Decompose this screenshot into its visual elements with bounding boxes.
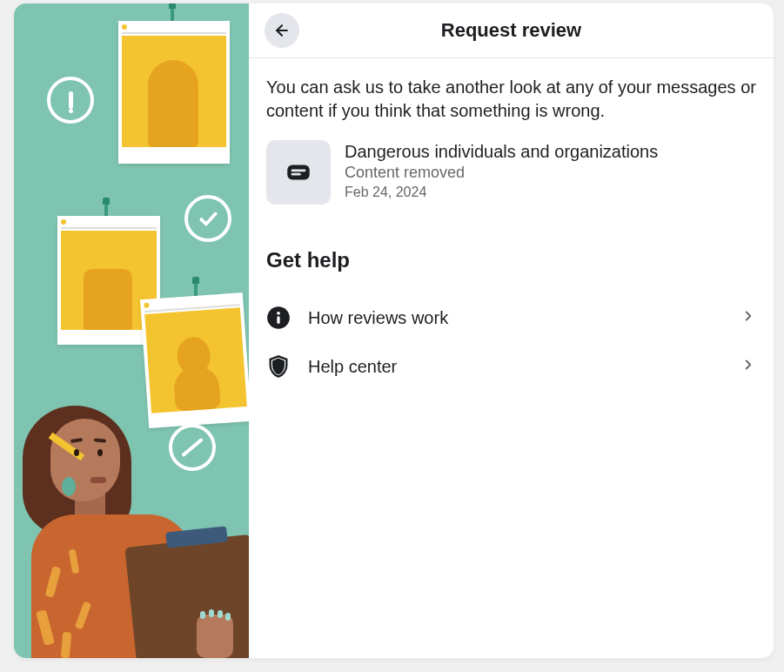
violation-date: Feb 24, 2024 [345,183,756,202]
help-item-how-reviews-work[interactable]: How reviews work [266,293,756,342]
shield-icon [266,354,291,379]
check-icon [184,195,231,242]
chevron-right-icon [740,308,756,327]
help-item-label: How reviews work [308,308,723,328]
illustration-panel [14,3,249,658]
page-title: Request review [266,19,756,42]
svg-rect-1 [287,165,310,180]
svg-point-5 [277,312,280,315]
violation-title: Dangerous individuals and organizations [345,140,756,163]
violation-status: Content removed [345,163,756,183]
modal-header: Request review [249,3,774,58]
content-panel: Request review You can ask us to take an… [249,3,774,658]
illustration-photo [118,21,230,164]
svg-rect-6 [277,316,279,324]
get-help-heading: Get help [266,248,756,272]
chevron-right-icon [740,357,756,376]
violation-item: Dangerous individuals and organizations … [266,140,756,205]
illustration-person [23,397,249,658]
help-item-label: Help center [308,357,723,377]
message-icon [284,158,313,187]
help-item-help-center[interactable]: Help center [266,342,756,391]
exclamation-icon [47,77,94,124]
request-review-modal: Request review You can ask us to take an… [14,3,774,658]
back-button[interactable] [265,13,299,48]
description-text: You can ask us to take another look at a… [266,76,756,123]
arrow-left-icon [273,22,291,39]
violation-thumbnail [266,140,331,205]
info-icon [266,306,291,330]
